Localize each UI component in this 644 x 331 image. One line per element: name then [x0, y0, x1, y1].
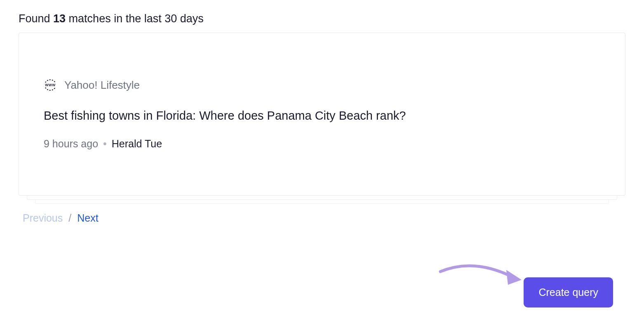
result-headline[interactable]: Best fishing towns in Florida: Where doe… [44, 108, 600, 124]
next-link[interactable]: Next [77, 212, 98, 224]
result-card[interactable]: WWW Yahoo! Lifestyle Best fishing towns … [19, 33, 625, 196]
time-ago: 9 hours ago [44, 138, 98, 150]
annotation-arrow-icon [437, 259, 524, 292]
match-count: 13 [53, 12, 66, 25]
result-cards-stack: WWW Yahoo! Lifestyle Best fishing towns … [19, 33, 625, 196]
author-name: Herald Tue [112, 138, 162, 150]
meta-separator: • [103, 138, 107, 150]
svg-marker-1 [506, 270, 522, 285]
heading-suffix: matches in the last 30 days [66, 12, 204, 25]
www-globe-icon: WWW [44, 78, 57, 92]
pagination-separator: / [68, 212, 71, 224]
pagination: Previous / Next [19, 212, 625, 224]
previous-link[interactable]: Previous [23, 212, 63, 224]
source-row: WWW Yahoo! Lifestyle [44, 78, 600, 92]
heading-prefix: Found [19, 12, 53, 25]
results-heading: Found 13 matches in the last 30 days [19, 12, 625, 25]
create-query-button[interactable]: Create query [524, 277, 613, 307]
results-container: Found 13 matches in the last 30 days WWW… [0, 0, 644, 224]
source-name: Yahoo! Lifestyle [64, 79, 140, 92]
result-meta: 9 hours ago • Herald Tue [44, 138, 600, 150]
svg-text:WWW: WWW [45, 83, 56, 87]
